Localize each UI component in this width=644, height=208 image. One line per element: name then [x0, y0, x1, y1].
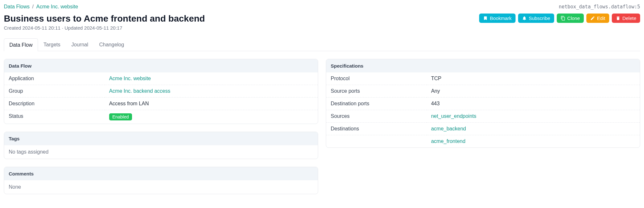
tags-card-header: Tags: [4, 132, 318, 145]
pencil-icon: [590, 16, 595, 21]
tab-dataflow[interactable]: Data Flow: [4, 38, 38, 51]
object-identifier: netbox_data_flows.dataflow:5: [559, 4, 640, 10]
edit-button[interactable]: Edit: [586, 14, 609, 23]
status-badge: Enabled: [109, 113, 132, 120]
tabs: Data Flow Targets Journal Changelog: [4, 38, 640, 51]
table-row: Sources net_user_endpoints: [326, 110, 640, 123]
copy-icon: [561, 16, 565, 21]
breadcrumb-separator: /: [32, 4, 33, 10]
table-row: Description Access from LAN: [4, 98, 318, 110]
sources-label: Sources: [326, 110, 427, 123]
tab-targets[interactable]: Targets: [38, 38, 66, 51]
destinations-label-empty: [326, 135, 427, 148]
status-label: Status: [4, 110, 105, 124]
protocol-label: Protocol: [326, 72, 427, 85]
clone-label: Clone: [567, 15, 580, 21]
action-buttons: Bookmark Subscribe Clone Edit Delete: [479, 14, 640, 23]
bookmark-label: Bookmark: [490, 15, 512, 21]
delete-button[interactable]: Delete: [612, 14, 640, 23]
edit-label: Edit: [597, 15, 605, 21]
destinations-label: Destinations: [326, 123, 427, 135]
protocol-value: TCP: [427, 72, 640, 85]
page-meta: Created 2024-05-11 20:11 · Updated 2024-…: [4, 25, 205, 31]
application-link[interactable]: Acme Inc. website: [109, 76, 151, 81]
breadcrumb-root[interactable]: Data Flows: [4, 4, 30, 10]
source-ports-value: Any: [427, 85, 640, 98]
tab-journal[interactable]: Journal: [66, 38, 94, 51]
destination-ports-label: Destination ports: [326, 98, 427, 110]
comments-card: Comments None: [4, 167, 318, 194]
table-row: Destinations acme_backend: [326, 123, 640, 135]
table-row: Status Enabled: [4, 110, 318, 124]
trash-icon: [616, 16, 620, 21]
group-label: Group: [4, 85, 105, 98]
tags-card-body: No tags assigned: [4, 145, 318, 159]
specifications-card: Specifications Protocol TCP Source ports…: [326, 59, 640, 148]
description-value: Access from LAN: [105, 98, 318, 110]
destination-ports-value: 443: [427, 98, 640, 110]
dataflow-card: Data Flow Application Acme Inc. website …: [4, 59, 318, 124]
clone-button[interactable]: Clone: [557, 14, 584, 23]
group-link[interactable]: Acme Inc. backend access: [109, 88, 170, 94]
source-ports-label: Source ports: [326, 85, 427, 98]
table-row: Group Acme Inc. backend access: [4, 85, 318, 98]
table-row: Protocol TCP: [326, 72, 640, 85]
table-row: acme_frontend: [326, 135, 640, 148]
table-row: Application Acme Inc. website: [4, 72, 318, 85]
table-row: Destination ports 443: [326, 98, 640, 110]
subscribe-button[interactable]: Subscribe: [518, 14, 554, 23]
sources-link[interactable]: net_user_endpoints: [431, 113, 477, 119]
subscribe-label: Subscribe: [529, 15, 550, 21]
bookmark-icon: [483, 16, 488, 21]
comments-card-header: Comments: [4, 167, 318, 180]
bell-icon: [522, 16, 527, 21]
description-label: Description: [4, 98, 105, 110]
delete-label: Delete: [622, 15, 636, 21]
dataflow-card-header: Data Flow: [4, 59, 318, 72]
tab-changelog[interactable]: Changelog: [94, 38, 129, 51]
application-label: Application: [4, 72, 105, 85]
comments-card-body: None: [4, 180, 318, 194]
page-title: Business users to Acme frontend and back…: [4, 14, 205, 24]
breadcrumb: Data Flows / Acme Inc. website: [4, 4, 78, 10]
destination-link-1[interactable]: acme_backend: [431, 126, 466, 131]
table-row: Source ports Any: [326, 85, 640, 98]
destination-link-2[interactable]: acme_frontend: [431, 138, 466, 144]
bookmark-button[interactable]: Bookmark: [479, 14, 516, 23]
tags-card: Tags No tags assigned: [4, 132, 318, 159]
breadcrumb-parent[interactable]: Acme Inc. website: [36, 4, 78, 10]
specifications-card-header: Specifications: [326, 59, 640, 72]
